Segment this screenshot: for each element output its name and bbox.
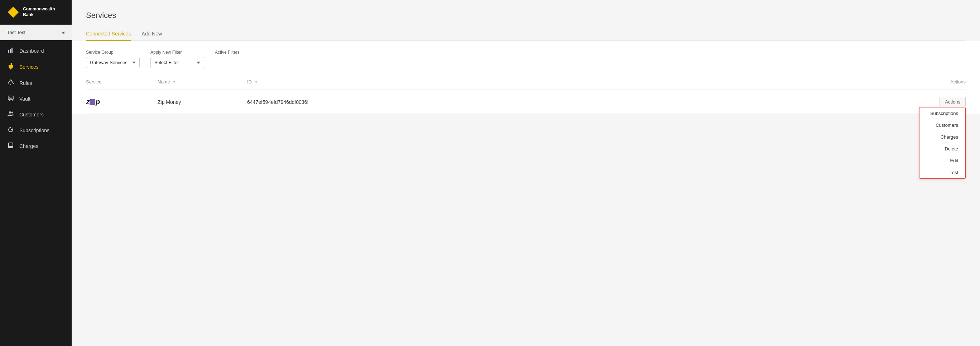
- service-name-cell: Zip Money: [158, 90, 247, 114]
- svg-rect-18: [9, 147, 10, 148]
- svg-rect-5: [11, 63, 12, 65]
- sidebar-item-rules[interactable]: Rules: [0, 75, 72, 91]
- service-group-select[interactable]: Gateway Services: [86, 57, 140, 68]
- bank-name: Commonwealth Bank: [23, 6, 64, 17]
- svg-point-14: [9, 111, 11, 114]
- sidebar-item-dashboard[interactable]: Dashboard: [0, 43, 72, 59]
- rules-icon: [7, 79, 14, 87]
- sidebar-item-subscriptions-label: Subscriptions: [19, 127, 49, 133]
- diamond-logo-icon: [7, 6, 19, 19]
- page-header: Services Connected Services Add New: [72, 0, 980, 41]
- table-row: z p Zip Money 6447ef594efd7946ddf0036f A…: [86, 90, 966, 114]
- apply-filter-group: Apply New Filter Select Filter: [150, 50, 204, 68]
- active-filters-label: Active Filters: [215, 50, 240, 55]
- sidebar-item-rules-label: Rules: [19, 80, 32, 86]
- service-group-label: Service Group: [86, 50, 140, 55]
- subscriptions-icon: [7, 127, 14, 134]
- svg-rect-2: [10, 49, 11, 53]
- content-area: Service Group Gateway Services Apply New…: [72, 41, 980, 114]
- tab-add-new[interactable]: Add New: [142, 27, 162, 41]
- dropdown-item-delete[interactable]: Delete: [920, 143, 965, 155]
- page-title: Services: [86, 11, 966, 20]
- svg-rect-10: [8, 96, 13, 100]
- table-container: Service Name ⇕ ID ⇕ Actions: [72, 74, 980, 114]
- service-logo-cell: z p: [86, 90, 158, 114]
- svg-rect-13: [12, 100, 13, 101]
- zip-logo: z p: [86, 98, 158, 106]
- service-group-filter: Service Group Gateway Services: [86, 50, 140, 68]
- chevron-icon: ◀: [62, 30, 64, 34]
- tab-connected-services[interactable]: Connected Services: [86, 27, 131, 41]
- sidebar-logo: Commonwealth Bank: [0, 0, 72, 25]
- table-header-row: Service Name ⇕ ID ⇕ Actions: [86, 74, 966, 90]
- zip-purple-block: [89, 99, 95, 105]
- dropdown-item-subscriptions[interactable]: Subscriptions: [920, 108, 965, 119]
- dropdown-menu: Subscriptions Customers Charges Delete E…: [919, 107, 966, 179]
- actions-dropdown-wrapper: Actions Subscriptions Customers Charges …: [940, 97, 966, 107]
- svg-rect-6: [10, 68, 11, 70]
- sidebar-item-charges[interactable]: Charges: [0, 138, 72, 154]
- vault-icon: [7, 95, 14, 102]
- charges-icon: [7, 143, 14, 150]
- sidebar-item-services[interactable]: Services: [0, 59, 72, 75]
- sidebar-item-dashboard-label: Dashboard: [19, 48, 44, 54]
- services-table: Service Name ⇕ ID ⇕ Actions: [86, 74, 966, 114]
- svg-rect-1: [8, 50, 9, 53]
- svg-line-7: [8, 79, 11, 84]
- dropdown-item-charges[interactable]: Charges: [920, 131, 965, 143]
- filter-row: Service Group Gateway Services Apply New…: [72, 41, 980, 74]
- svg-marker-0: [8, 7, 19, 18]
- plug-icon: [7, 63, 14, 71]
- bar-chart-icon: [7, 47, 14, 54]
- sidebar: Commonwealth Bank Test Test ◀ Dashboard …: [0, 0, 72, 346]
- dropdown-item-edit[interactable]: Edit: [920, 155, 965, 167]
- active-filters-group: Active Filters: [215, 50, 240, 55]
- apply-filter-select[interactable]: Select Filter: [150, 57, 204, 68]
- svg-rect-4: [10, 63, 10, 65]
- sidebar-item-services-label: Services: [19, 64, 39, 70]
- sidebar-item-customers-label: Customers: [19, 112, 44, 117]
- sidebar-item-customers[interactable]: Customers: [0, 107, 72, 122]
- sidebar-item-charges-label: Charges: [19, 143, 38, 149]
- svg-rect-17: [9, 143, 13, 146]
- svg-rect-11: [9, 97, 12, 98]
- user-name: Test Test: [7, 30, 25, 35]
- col-header-name[interactable]: Name ⇕: [158, 74, 247, 90]
- dropdown-item-test[interactable]: Test: [920, 167, 965, 178]
- service-id-cell: 6447ef594efd7946ddf0036f: [247, 90, 752, 114]
- customers-icon: [7, 111, 14, 118]
- col-header-service: Service: [86, 74, 158, 90]
- tabs: Connected Services Add New: [86, 27, 966, 41]
- actions-button[interactable]: Actions: [940, 97, 966, 107]
- name-sort-icon: ⇕: [173, 80, 175, 84]
- sidebar-item-vault[interactable]: Vault: [0, 91, 72, 107]
- dropdown-item-customers[interactable]: Customers: [920, 119, 965, 131]
- col-header-id[interactable]: ID ⇕: [247, 74, 752, 90]
- apply-filter-label: Apply New Filter: [150, 50, 204, 55]
- sidebar-nav: Dashboard Services Rules: [0, 40, 72, 346]
- col-header-actions: Actions: [752, 74, 966, 90]
- svg-rect-19: [11, 147, 13, 148]
- sidebar-item-subscriptions[interactable]: Subscriptions: [0, 122, 72, 138]
- svg-rect-3: [11, 48, 13, 53]
- svg-point-15: [11, 112, 13, 114]
- service-actions-cell: Actions Subscriptions Customers Charges …: [752, 90, 966, 114]
- svg-rect-12: [9, 100, 10, 101]
- sidebar-item-vault-label: Vault: [19, 96, 30, 102]
- svg-line-8: [11, 79, 14, 84]
- sidebar-user[interactable]: Test Test ◀: [0, 25, 72, 40]
- id-sort-icon: ⇕: [255, 80, 258, 84]
- main-content: Services Connected Services Add New Serv…: [72, 0, 980, 346]
